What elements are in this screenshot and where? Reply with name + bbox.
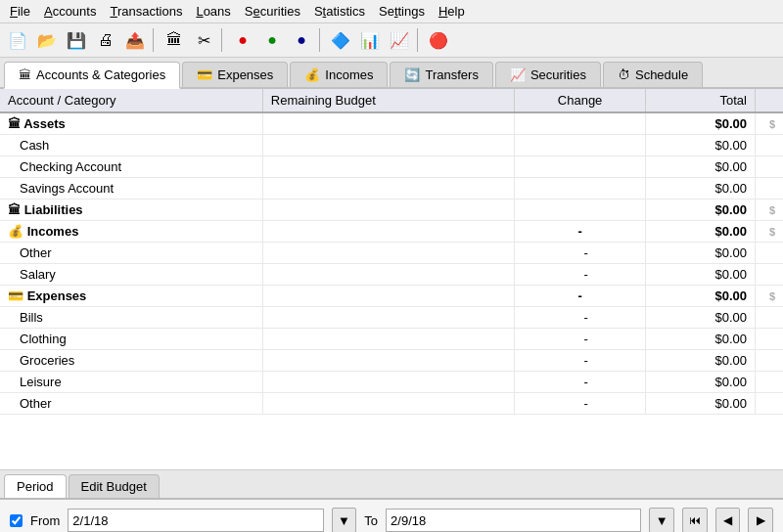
- header-total: Total: [646, 89, 756, 112]
- leisure-total: $0.00: [646, 372, 756, 393]
- menu-loans[interactable]: Loans: [190, 2, 236, 21]
- bills-change: -: [515, 307, 646, 329]
- savings-total: $0.00: [646, 178, 756, 200]
- savings-budget: [262, 178, 514, 200]
- print-button[interactable]: 🖨: [92, 26, 119, 54]
- add-transaction-button[interactable]: ●: [258, 26, 286, 54]
- row-cash: Cash $0.00: [0, 135, 783, 156]
- clothing-budget: [262, 329, 514, 350]
- view3-button[interactable]: 📈: [386, 26, 413, 54]
- incomes-icon: 💰: [304, 67, 320, 82]
- menu-securities[interactable]: Securities: [239, 2, 306, 21]
- date-dropdown-from[interactable]: ▼: [332, 508, 357, 532]
- save-button[interactable]: 💾: [63, 26, 90, 54]
- expense-other-change: -: [515, 393, 646, 415]
- menu-statistics[interactable]: Statistics: [308, 2, 371, 21]
- header-account: Account / Category: [0, 89, 262, 112]
- prev-prev-button[interactable]: ⏮: [682, 508, 708, 532]
- row-assets: 🏛 Assets $0.00 $: [0, 112, 783, 135]
- tab-incomes[interactable]: 💰 Incomes: [290, 62, 388, 87]
- salary-label: Salary: [0, 264, 262, 286]
- bills-budget: [262, 307, 514, 329]
- menu-file[interactable]: File: [4, 2, 36, 21]
- incomes-category-icon: 💰: [8, 224, 23, 239]
- pie-chart-button[interactable]: 🔴: [425, 26, 452, 54]
- row-clothing: Clothing - $0.00: [0, 329, 783, 350]
- clothing-total: $0.00: [646, 329, 756, 350]
- liabilities-budget: [262, 200, 514, 221]
- tab-securities[interactable]: 📈 Securities: [495, 62, 601, 87]
- incomes-label: 💰 Incomes: [0, 221, 262, 243]
- row-leisure: Leisure - $0.00: [0, 372, 783, 393]
- expenses-label: 💳 Expenses: [0, 286, 262, 307]
- row-bills: Bills - $0.00: [0, 307, 783, 329]
- expenses-icon: 💳: [197, 67, 212, 82]
- groceries-total: $0.00: [646, 350, 756, 372]
- groceries-change: -: [515, 350, 646, 372]
- new-button[interactable]: 📄: [4, 26, 31, 54]
- tab-period[interactable]: Period: [4, 474, 67, 498]
- expense-other-budget: [262, 393, 514, 415]
- assets-label: 🏛 Assets: [0, 112, 262, 135]
- separator-4: [417, 28, 421, 52]
- checking-change: [515, 156, 646, 178]
- menu-help[interactable]: Help: [433, 2, 471, 21]
- main-content: Account / Category Remaining Budget Chan…: [0, 89, 783, 470]
- tab-expenses-label: Expenses: [217, 67, 273, 82]
- cash-label: Cash: [0, 135, 262, 156]
- from-label: From: [30, 513, 60, 528]
- clothing-change: -: [515, 329, 646, 350]
- header-budget: Remaining Budget: [262, 89, 514, 112]
- prev-button[interactable]: ◀: [715, 508, 741, 532]
- view1-button[interactable]: 🔷: [327, 26, 354, 54]
- securities-icon: 📈: [510, 67, 526, 82]
- tab-schedule[interactable]: ⏱ Schedule: [603, 62, 703, 87]
- separator-3: [319, 28, 323, 52]
- to-date-input[interactable]: [386, 509, 641, 532]
- incomes-total: $0.00: [646, 221, 756, 243]
- income-other-budget: [262, 243, 514, 264]
- row-liabilities: 🏛 Liabilities $0.00 $: [0, 200, 783, 221]
- tab-schedule-label: Schedule: [635, 67, 688, 82]
- bank-icon: 🏛: [8, 116, 21, 131]
- separator-1: [153, 28, 157, 52]
- tab-transfers[interactable]: 🔄 Transfers: [390, 62, 492, 87]
- assets-budget: [262, 112, 514, 135]
- tab-edit-budget[interactable]: Edit Budget: [69, 474, 160, 498]
- bottom-panel: From ▼ To ▼ ⏮ ◀ ▶ Select Period Show par…: [0, 499, 783, 532]
- tab-transfers-label: Transfers: [425, 67, 478, 82]
- tab-accounts-categories[interactable]: 🏛 Accounts & Categories: [4, 62, 180, 89]
- menu-accounts[interactable]: Accounts: [38, 2, 102, 21]
- to-label: To: [364, 513, 378, 528]
- date-dropdown-to[interactable]: ▼: [649, 508, 674, 532]
- menu-transactions[interactable]: Transactions: [104, 2, 188, 21]
- columns-button[interactable]: 🏛: [161, 26, 188, 54]
- menu-settings[interactable]: Settings: [373, 2, 431, 21]
- bills-label: Bills: [0, 307, 262, 329]
- header-change: Change: [515, 89, 646, 112]
- row-savings: Savings Account $0.00: [0, 178, 783, 200]
- menubar: File Accounts Transactions Loans Securit…: [0, 0, 783, 23]
- incomes-change: -: [515, 221, 646, 243]
- next-button[interactable]: ▶: [748, 508, 773, 532]
- split-button[interactable]: ✂: [190, 26, 217, 54]
- from-date-input[interactable]: [68, 509, 323, 532]
- top-tabbar: 🏛 Accounts & Categories 💳 Expenses 💰 Inc…: [0, 58, 783, 89]
- checking-label: Checking Account: [0, 156, 262, 178]
- income-other-change: -: [515, 243, 646, 264]
- view2-button[interactable]: 📊: [356, 26, 384, 54]
- income-other-label: Other: [0, 243, 262, 264]
- schedule-button[interactable]: ●: [288, 26, 315, 54]
- row-expenses: 💳 Expenses - $0.00 $: [0, 286, 783, 307]
- reconcile-button[interactable]: ●: [229, 26, 256, 54]
- leisure-change: -: [515, 372, 646, 393]
- tab-expenses[interactable]: 💳 Expenses: [182, 62, 288, 87]
- assets-change: [515, 112, 646, 135]
- savings-change: [515, 178, 646, 200]
- export-button[interactable]: 📤: [121, 26, 149, 54]
- checking-budget: [262, 156, 514, 178]
- from-checkbox[interactable]: [10, 514, 23, 527]
- open-button[interactable]: 📂: [33, 26, 61, 54]
- groceries-label: Groceries: [0, 350, 262, 372]
- schedule-icon: ⏱: [618, 67, 630, 82]
